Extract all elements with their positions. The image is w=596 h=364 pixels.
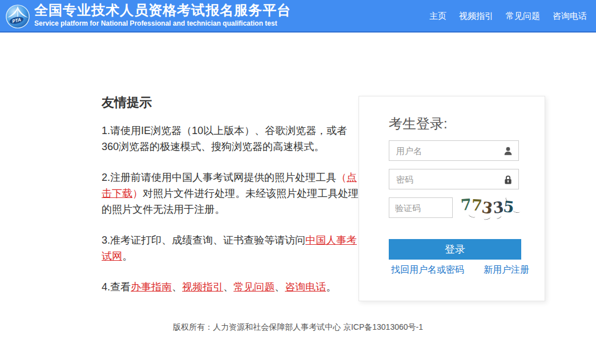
password-field-wrap [389,169,519,189]
faq-link[interactable]: 常见问题 [233,281,275,293]
header: PTA 全国专业技术人员资格考试报名服务平台 Service platform … [0,0,596,33]
password-input[interactable] [389,169,518,189]
user-icon [503,146,513,156]
nav-video-guide[interactable]: 视频指引 [459,11,493,22]
video-guide-link[interactable]: 视频指引 [182,281,223,293]
tip-2-paren-close: ） [132,188,143,199]
tip-4-sep-2: 、 [223,281,233,293]
login-links: 找回用户名或密码 新用户注册 [391,264,529,276]
username-input[interactable] [389,141,518,160]
page: PTA 全国专业技术人员资格考试报名服务平台 Service platform … [0,0,596,364]
tip-4: 4.查看办事指南、视频指引、常见问题、咨询电话。 [102,279,360,295]
captcha-digit: 3 [480,199,493,218]
tip-2-text-1: 2.注册前请使用中国人事考试网提供的照片处理工具 [102,172,336,183]
brand: 全国专业技术人员资格考试报名服务平台 Service platform for … [34,2,291,27]
username-field-wrap [389,140,519,161]
nav-home[interactable]: 主页 [429,11,446,22]
forgot-password-link[interactable]: 找回用户名或密码 [391,264,464,276]
tip-3-text-1: 3.准考证打印、成绩查询、证书查验等请访问 [102,234,305,246]
pta-logo-icon: PTA [5,3,31,30]
tip-2-paren-open: （ [336,172,347,183]
tip-3: 3.准考证打印、成绩查询、证书查验等请访问中国人事考试网。 [102,232,360,264]
site-subtitle: Service platform for National Profession… [34,19,291,27]
tip-2: 2.注册前请使用中国人事考试网提供的照片处理工具（点击下载）对照片文件进行处理。… [102,169,360,217]
friendly-tips: 友情提示 1.请使用IE浏览器（10以上版本）、谷歌浏览器，或者360浏览器的极… [102,94,360,310]
tip-1-text: 1.请使用IE浏览器（10以上版本）、谷歌浏览器，或者360浏览器的极速模式、搜… [102,125,347,152]
tip-4-sep-1: 、 [172,281,182,293]
login-panel: 考生登录: [359,96,545,301]
captcha-digit: 7 [460,195,472,213]
nav-faq[interactable]: 常见问题 [506,11,540,22]
tip-4-sep-3: 、 [275,281,285,293]
tip-4-text-2: 。 [326,281,336,293]
lock-icon [503,175,513,185]
tips-heading: 友情提示 [102,94,360,111]
login-heading: 考生登录: [389,115,448,133]
tip-3-text-2: 。 [122,250,132,262]
register-link[interactable]: 新用户注册 [484,264,529,276]
tip-1: 1.请使用IE浏览器（10以上版本）、谷歌浏览器，或者360浏览器的极速模式、搜… [102,123,360,155]
captcha-image[interactable]: 7 7 3 3 5 [461,195,523,221]
guide-link[interactable]: 办事指南 [131,281,172,293]
site-title: 全国专业技术人员资格考试报名服务平台 [34,2,291,18]
login-button[interactable]: 登录 [389,239,521,260]
header-nav: 主页 视频指引 常见问题 咨询电话 [429,0,587,33]
captcha-input[interactable] [389,198,452,217]
captcha-field-wrap [389,197,453,218]
nav-phone[interactable]: 咨询电话 [553,11,587,22]
footer-copyright: 版权所有：人力资源和社会保障部人事考试中心 京ICP备13013060号-1 [0,322,596,333]
phone-link[interactable]: 咨询电话 [285,281,326,293]
tip-4-text-1: 4.查看 [102,281,131,293]
